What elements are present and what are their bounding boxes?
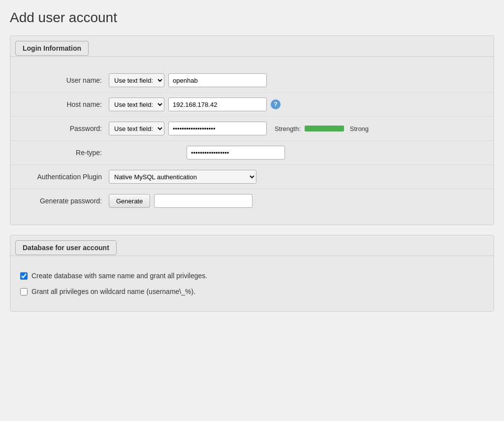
password-label: Password:: [20, 125, 109, 132]
login-section-header-wrap: Login Information: [10, 36, 494, 57]
login-section-header: Login Information: [15, 41, 89, 56]
login-information-section: Login Information User name: Use text fi…: [10, 35, 494, 225]
username-controls: Use text field:: [109, 73, 484, 87]
username-row: User name: Use text field:: [10, 68, 494, 93]
create-database-checkbox[interactable]: [20, 272, 28, 280]
strength-bar: [305, 126, 344, 131]
page-title: Add user account: [10, 10, 494, 26]
retype-row: Re-type:: [10, 141, 494, 165]
auth-plugin-row: Authentication Plugin Native MySQL authe…: [10, 165, 494, 189]
generated-password-input[interactable]: [154, 194, 252, 208]
password-input[interactable]: [168, 122, 267, 135]
password-type-select[interactable]: Use text field:: [109, 122, 164, 135]
hostname-help-icon[interactable]: ?: [271, 99, 281, 109]
password-row: Password: Use text field: Strength: Stro…: [10, 117, 494, 141]
password-controls: Use text field: Strength: Strong: [109, 122, 484, 135]
database-section-header-wrap: Database for user account: [10, 235, 494, 256]
grant-privileges-row: Grant all privileges on wildcard name (u…: [10, 284, 494, 299]
auth-plugin-label: Authentication Plugin: [20, 173, 109, 181]
database-section: Database for user account Create databas…: [10, 235, 494, 312]
grant-privileges-label: Grant all privileges on wildcard name (u…: [32, 288, 195, 295]
generate-password-label: Generate password:: [20, 197, 109, 205]
generate-password-controls: Generate: [109, 194, 484, 208]
database-section-header: Database for user account: [15, 240, 117, 255]
grant-privileges-checkbox[interactable]: [20, 288, 28, 295]
login-section-content: User name: Use text field: Host name: Us…: [10, 65, 494, 217]
hostname-controls: Use text field: ?: [109, 97, 484, 111]
hostname-row: Host name: Use text field: ?: [10, 93, 494, 117]
hostname-label: Host name:: [20, 100, 109, 108]
username-label: User name:: [20, 76, 109, 84]
generate-password-row: Generate password: Generate: [10, 189, 494, 213]
auth-plugin-controls: Native MySQL authentication: [109, 170, 484, 184]
strength-label: Strength:: [275, 125, 301, 132]
auth-plugin-select[interactable]: Native MySQL authentication: [109, 170, 256, 184]
retype-controls: [109, 146, 484, 160]
create-database-label: Create database with same name and grant…: [32, 272, 207, 280]
retype-label: Re-type:: [20, 149, 109, 157]
create-database-row: Create database with same name and grant…: [10, 268, 494, 284]
generate-button[interactable]: Generate: [109, 194, 150, 208]
hostname-input[interactable]: [168, 97, 267, 111]
database-section-content: Create database with same name and grant…: [10, 264, 494, 303]
username-input[interactable]: [168, 73, 267, 87]
retype-input[interactable]: [187, 146, 285, 160]
username-type-select[interactable]: Use text field:: [109, 73, 164, 87]
hostname-type-select[interactable]: Use text field:: [109, 97, 164, 111]
strength-text: Strong: [350, 125, 369, 132]
